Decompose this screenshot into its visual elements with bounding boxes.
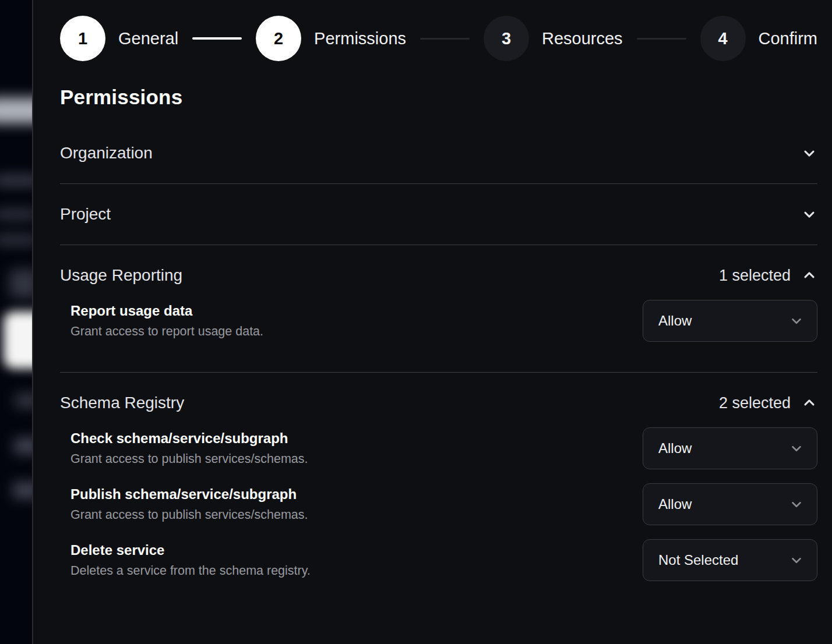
selected-count-badge: 1 selected [719, 267, 791, 285]
background-blur-text [0, 176, 33, 185]
stepper-connector [192, 37, 242, 40]
permission-description: Deletes a service from the schema regist… [70, 564, 311, 578]
section-header-schema-registry[interactable]: Schema Registry 2 selected [60, 373, 817, 412]
background-blur-item [15, 394, 33, 408]
step-number-badge: 2 [256, 16, 301, 61]
chevron-up-icon [801, 395, 817, 411]
select-value: Not Selected [658, 552, 738, 568]
stepper-connector [420, 38, 470, 40]
background-blur-item [14, 438, 33, 454]
background-blur-text [0, 210, 33, 219]
permission-select-check-schema[interactable]: Allow [643, 427, 817, 469]
permission-row-check-schema: Check schema/service/subgraph Grant acce… [60, 427, 817, 469]
permission-name: Delete service [70, 542, 311, 558]
section-title: Usage Reporting [60, 266, 182, 285]
permission-name: Check schema/service/subgraph [70, 430, 308, 447]
stepper-connector [637, 38, 686, 40]
background-blur-tile [9, 269, 33, 298]
permission-name: Publish schema/service/subgraph [70, 486, 308, 503]
wizard-stepper: 1 General 2 Permissions 3 Resources 4 Co… [60, 16, 817, 61]
permission-select-report-usage-data[interactable]: Allow [643, 300, 817, 342]
stepper-step-resources[interactable]: 3 Resources [484, 16, 623, 61]
background-app-strip [0, 0, 33, 644]
chevron-down-icon [789, 497, 804, 512]
chevron-down-icon [789, 313, 804, 328]
chevron-down-icon [789, 553, 804, 568]
section-title: Organization [60, 144, 153, 162]
chevron-down-icon [801, 145, 817, 161]
section-header-usage-reporting[interactable]: Usage Reporting 1 selected [60, 245, 817, 285]
chevron-down-icon [801, 206, 817, 222]
permission-name: Report usage data [70, 303, 263, 319]
step-label: Confirm [759, 29, 818, 48]
background-blur-item [13, 482, 33, 498]
permission-row-publish-schema: Publish schema/service/subgraph Grant ac… [60, 483, 817, 525]
section-header-organization[interactable]: Organization [60, 123, 817, 183]
section-title: Project [60, 205, 111, 224]
select-value: Allow [658, 440, 692, 457]
chevron-down-icon [789, 441, 804, 456]
background-blur-logo [3, 312, 33, 369]
step-number-badge: 3 [484, 16, 529, 61]
wizard-panel: 1 General 2 Permissions 3 Resources 4 Co… [33, 0, 832, 644]
select-value: Allow [658, 496, 692, 512]
permission-description: Grant access to publish services/schemas… [70, 508, 308, 522]
step-number-badge: 1 [60, 16, 105, 61]
selected-count-badge: 2 selected [719, 394, 791, 412]
step-label: Permissions [314, 29, 406, 48]
stepper-step-general[interactable]: 1 General [60, 16, 178, 61]
background-blur-pill [0, 98, 33, 123]
page-title: Permissions [60, 86, 817, 109]
permission-row-report-usage-data: Report usage data Grant access to report… [60, 300, 817, 342]
permission-row-delete-service: Delete service Deletes a service from th… [60, 539, 817, 581]
background-blur-text [0, 235, 33, 245]
step-number-badge: 4 [700, 16, 746, 61]
stepper-step-confirm[interactable]: 4 Confirm [700, 16, 818, 61]
section-header-project[interactable]: Project [60, 184, 817, 245]
permission-select-publish-schema[interactable]: Allow [643, 483, 817, 525]
permission-description: Grant access to report usage data. [70, 324, 263, 339]
step-label: General [118, 29, 178, 48]
permission-description: Grant access to publish services/schemas… [70, 452, 308, 466]
step-label: Resources [542, 29, 623, 48]
section-title: Schema Registry [60, 394, 184, 412]
chevron-up-icon [801, 267, 817, 284]
select-value: Allow [658, 313, 692, 329]
stepper-step-permissions[interactable]: 2 Permissions [256, 16, 406, 61]
permission-select-delete-service[interactable]: Not Selected [643, 539, 817, 581]
